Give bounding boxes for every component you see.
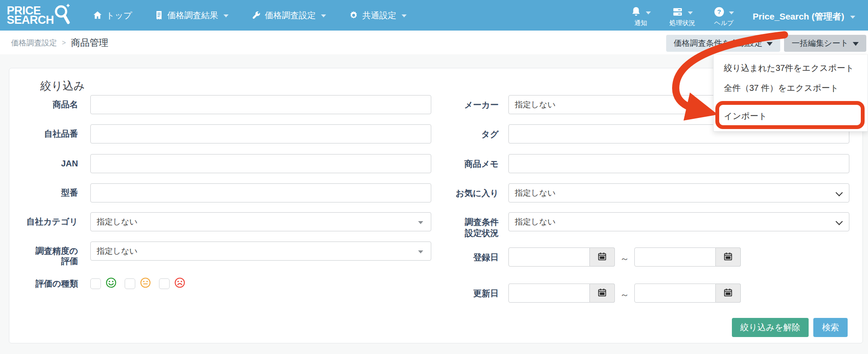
svg-text:?: ? bbox=[717, 8, 721, 15]
rating-good-checkbox[interactable] bbox=[90, 278, 101, 289]
filter-row: JAN bbox=[9, 154, 431, 173]
update-date-to-input[interactable] bbox=[634, 284, 716, 303]
auto-set-survey-conditions-button[interactable]: 価格調査条件を自動設定 bbox=[666, 35, 780, 52]
chevron-down-icon bbox=[688, 11, 693, 14]
help-label: ヘルプ bbox=[714, 20, 734, 26]
registration-date-from-input[interactable] bbox=[508, 247, 590, 267]
menu-item-export-filtered[interactable]: 絞り込まれた37件をエクスポート bbox=[714, 62, 868, 74]
gear-icon bbox=[349, 11, 358, 20]
filter-row: 評価の種類 bbox=[9, 277, 193, 290]
registration-date-from-calendar-button[interactable] bbox=[590, 247, 615, 267]
filter-row: お気に入り 指定しない bbox=[414, 183, 849, 202]
chevron-down-icon bbox=[850, 16, 855, 19]
processing-status-label: 処理状況 bbox=[670, 20, 695, 26]
calendar-icon bbox=[724, 252, 732, 262]
product-name-label: 商品名 bbox=[9, 95, 78, 110]
magnifier-icon bbox=[51, 4, 70, 27]
maker-label: メーカー bbox=[414, 95, 499, 110]
calendar-icon bbox=[724, 288, 732, 298]
logo-text: PRICE SEARCH bbox=[7, 6, 54, 25]
rating-neutral-checkbox[interactable] bbox=[125, 278, 135, 289]
bulk-edit-sheet-button[interactable]: 一括編集シート bbox=[784, 35, 866, 52]
model-number-input[interactable] bbox=[90, 183, 431, 202]
subheader: 価格調査設定 > 商品管理 価格調査条件を自動設定 一括編集シート bbox=[0, 31, 868, 54]
update-date-from-calendar-button[interactable] bbox=[590, 284, 615, 303]
breadcrumb: 価格調査設定 > 商品管理 bbox=[11, 37, 108, 49]
chevron-down-icon bbox=[321, 14, 326, 17]
filter-title: 絞り込み bbox=[40, 79, 85, 93]
wrench-icon bbox=[251, 11, 261, 20]
server-icon bbox=[672, 6, 684, 18]
chevron-down-icon bbox=[402, 14, 407, 17]
chevron-down-icon bbox=[836, 218, 843, 225]
jan-input[interactable] bbox=[90, 154, 431, 173]
smiley-neutral-icon bbox=[140, 277, 151, 290]
chevron-down-icon bbox=[646, 11, 651, 14]
calendar-icon bbox=[598, 288, 606, 298]
search-button[interactable]: 検索 bbox=[813, 318, 848, 337]
own-category-select[interactable]: 指定しない bbox=[90, 212, 431, 231]
navbar-right: 通知 処理状況 ? ヘルプ bbox=[631, 5, 855, 26]
app-logo[interactable]: PRICE SEARCH bbox=[7, 4, 70, 27]
date-range-separator: ～ bbox=[620, 285, 629, 301]
rating-type-label: 評価の種類 bbox=[9, 278, 78, 289]
registration-date-to-input[interactable] bbox=[634, 247, 716, 267]
own-part-number-input[interactable] bbox=[90, 124, 431, 143]
survey-condition-status-label: 調査条件 設定状況 bbox=[414, 212, 499, 239]
menu-item-export-all[interactable]: 全件（37 件）をエクスポート bbox=[714, 82, 868, 94]
chevron-down-icon bbox=[836, 189, 843, 197]
filter-row: 商品メモ bbox=[414, 154, 849, 173]
breadcrumb-parent[interactable]: 価格調査設定 bbox=[11, 38, 57, 48]
registration-date-to-calendar-button[interactable] bbox=[716, 247, 741, 267]
notifications-menu[interactable]: 通知 bbox=[631, 5, 651, 26]
list-icon bbox=[155, 11, 163, 20]
favorite-label: お気に入り bbox=[414, 183, 499, 199]
home-icon bbox=[93, 11, 102, 20]
product-memo-input[interactable] bbox=[508, 154, 849, 173]
own-category-label: 自社カテゴリ bbox=[9, 212, 78, 227]
chevron-down-icon bbox=[767, 42, 773, 46]
menu-item-import[interactable]: インポート bbox=[714, 110, 868, 122]
rating-type-checkboxes bbox=[90, 277, 193, 290]
user-menu[interactable]: Price_Search (管理者) bbox=[753, 11, 855, 22]
update-date-to-calendar-button[interactable] bbox=[716, 284, 741, 303]
chevron-down-icon bbox=[853, 42, 859, 46]
chevron-down-icon bbox=[223, 14, 229, 17]
survey-condition-status-select[interactable]: 指定しない bbox=[508, 212, 849, 231]
filter-row: 調査精度の 評価 指定しない bbox=[9, 242, 431, 266]
model-number-label: 型番 bbox=[9, 183, 78, 198]
filter-row: 自社品番 bbox=[9, 124, 431, 143]
page-title: 商品管理 bbox=[71, 37, 108, 49]
nav-item-label: 価格調査設定 bbox=[265, 10, 315, 21]
clear-filters-button[interactable]: 絞り込みを解除 bbox=[732, 318, 809, 337]
survey-accuracy-rating-select[interactable]: 指定しない bbox=[90, 242, 431, 261]
filter-row: 自社カテゴリ 指定しない bbox=[9, 212, 431, 231]
update-date-from-input[interactable] bbox=[508, 284, 590, 303]
favorite-select[interactable]: 指定しない bbox=[508, 183, 849, 202]
calendar-icon bbox=[598, 252, 606, 262]
nav-item-label: 共通設定 bbox=[362, 10, 396, 21]
nav-item-survey-settings[interactable]: 価格調査設定 bbox=[251, 10, 326, 21]
page: PRICE SEARCH トップ 価格調査結果 bbox=[0, 0, 868, 354]
update-date-label: 更新日 bbox=[414, 284, 499, 299]
nav-item-top[interactable]: トップ bbox=[93, 10, 132, 21]
header-buttons: 価格調査条件を自動設定 一括編集シート bbox=[666, 35, 866, 52]
breadcrumb-separator: > bbox=[62, 39, 66, 47]
nav-item-common-settings[interactable]: 共通設定 bbox=[349, 10, 407, 21]
nav-item-label: 価格調査結果 bbox=[167, 10, 218, 21]
smiley-good-icon bbox=[106, 277, 117, 290]
processing-status-menu[interactable]: 処理状況 bbox=[670, 5, 695, 26]
help-icon: ? bbox=[714, 6, 725, 18]
jan-label: JAN bbox=[9, 154, 78, 169]
update-date-range: ～ bbox=[508, 284, 741, 303]
rating-bad-checkbox[interactable] bbox=[159, 278, 170, 289]
smiley-bad-icon bbox=[174, 277, 185, 290]
nav-item-survey-results[interactable]: 価格調査結果 bbox=[155, 10, 229, 21]
top-navbar: PRICE SEARCH トップ 価格調査結果 bbox=[0, 0, 868, 31]
product-name-input[interactable] bbox=[90, 95, 431, 114]
bell-icon bbox=[631, 6, 642, 18]
help-menu[interactable]: ? ヘルプ bbox=[714, 5, 734, 26]
filter-row: 型番 bbox=[9, 183, 431, 202]
own-part-number-label: 自社品番 bbox=[9, 124, 78, 139]
product-memo-label: 商品メモ bbox=[414, 154, 499, 169]
